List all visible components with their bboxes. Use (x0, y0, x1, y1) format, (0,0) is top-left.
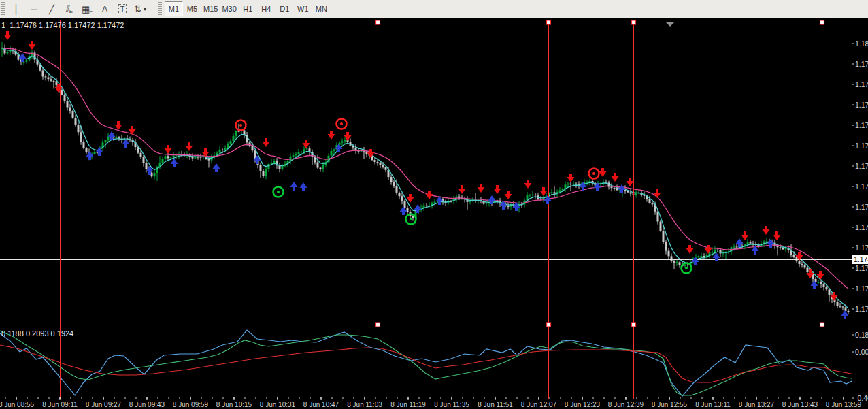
chart-toolbar: │─╱⫽E▦FAT⇅▾M1M5M15M30H1H4D1W1MN (0, 0, 868, 18)
timeframe-button-w1[interactable]: W1 (294, 1, 312, 16)
chart-area[interactable]: 1 1.17476 1.17476 1.17472 1.17472 0.1188… (0, 19, 868, 409)
arrows-tool-icon: ⇅ (134, 4, 141, 14)
timeframe-button-h1[interactable]: H1 (239, 1, 257, 16)
price-axis-label: 1.1760 (855, 203, 868, 211)
price-axis-label: 1.1780 (855, 121, 868, 129)
equidistant-channel-tool-tag: E (69, 8, 73, 14)
time-axis-label: 8 Jun 11:19 (390, 401, 426, 408)
arrows-tool[interactable]: ⇅▾ (131, 1, 149, 16)
selection-handle[interactable] (820, 20, 824, 24)
time-axis-label: 8 Jun 08:55 (0, 401, 35, 408)
indicator-axis-label: 0.00 (855, 348, 868, 356)
arrows-tool-dropdown-icon[interactable]: ▾ (144, 6, 146, 12)
trading-terminal-window: │─╱⫽E▦FAT⇅▾M1M5M15M30H1H4D1W1MN 1 1.1747… (0, 0, 868, 409)
trendline-tool[interactable]: ╱ (43, 1, 61, 16)
text-tool-icon: A (102, 4, 108, 14)
selection-handle[interactable] (632, 20, 636, 24)
equidistant-channel-tool[interactable]: ⫽E (61, 1, 78, 16)
timeframe-button-mn[interactable]: MN (312, 1, 331, 16)
trendline-tool-icon: ╱ (49, 4, 54, 14)
indicator-values-readout: 0.1188 0.2093 0.1924 (1, 329, 73, 338)
price-axis-label: 1.1735 (855, 305, 868, 313)
price-axis-label: 1.1785 (855, 101, 868, 109)
vertical-line-tool[interactable]: │ (7, 1, 25, 16)
toolbar-grip[interactable] (1, 2, 5, 16)
time-axis-label: 8 Jun 09:27 (86, 401, 122, 408)
timeframe-button-m1[interactable]: M1 (165, 1, 183, 16)
price-axis-label: 1.1745 (855, 264, 868, 272)
time-axis-label: 8 Jun 10:31 (260, 401, 296, 408)
time-axis-label: 8 Jun 13:59 (826, 401, 862, 408)
vertical-line-tool-icon: │ (14, 4, 19, 14)
toolbar-separator (152, 1, 154, 16)
time-axis-label: 8 Jun 09:43 (129, 401, 165, 408)
timeframe-button-d1[interactable]: D1 (276, 1, 294, 16)
fibonacci-tool-tag: F (89, 8, 93, 14)
indicator-axis-label: 0.1821 (855, 331, 868, 339)
label-tool-icon: T (118, 4, 127, 14)
entry-signal-dot-green (410, 218, 412, 220)
time-axis-label: 8 Jun 12:55 (652, 401, 688, 408)
toolbar-grip[interactable] (158, 2, 162, 16)
timeframe-button-m15[interactable]: M15 (201, 1, 220, 16)
exit-signal-dot-red (239, 124, 242, 127)
chart-canvas[interactable]: 1.18001.17951.17901.17851.17801.17751.17… (0, 19, 868, 409)
price-axis-label: 1.1770 (855, 162, 868, 170)
time-axis-label: 8 Jun 13:27 (739, 401, 775, 408)
horizontal-line-tool-icon: ─ (31, 4, 37, 14)
timeframe-button-h4[interactable]: H4 (257, 1, 276, 16)
price-axis-label: 1.1800 (855, 39, 868, 48)
time-axis-label: 8 Jun 13:11 (695, 401, 731, 408)
time-axis-label: 8 Jun 10:15 (216, 401, 252, 408)
time-axis-label: 8 Jun 10:47 (303, 401, 339, 408)
time-axis-label: 8 Jun 11:03 (347, 401, 382, 408)
fibonacci-tool[interactable]: ▦F (78, 1, 96, 16)
timeframe-button-m5[interactable]: M5 (183, 1, 201, 16)
ohlc-readout: 1 1.17476 1.17476 1.17472 1.17472 (1, 21, 124, 29)
time-axis-label: 8 Jun 09:59 (173, 401, 209, 408)
time-axis-label: 8 Jun 11:35 (434, 401, 469, 408)
entry-signal-dot-green (685, 267, 688, 269)
time-axis-label: 8 Jun 09:11 (42, 401, 78, 408)
current-price-label: 1.1747 (854, 255, 868, 263)
label-tool[interactable]: T (114, 1, 131, 16)
exit-signal-dot-red (340, 122, 343, 125)
selection-handle[interactable] (376, 20, 380, 24)
time-axis-label: 8 Jun 11:51 (478, 401, 513, 408)
price-axis-label: 1.1750 (855, 244, 868, 252)
exit-signal-dot-red (592, 172, 595, 175)
time-axis-label: 8 Jun 13:43 (782, 401, 818, 408)
selection-handle[interactable] (547, 20, 551, 24)
price-axis-label: 1.1795 (855, 60, 868, 68)
price-axis-label: 1.1755 (855, 223, 868, 231)
price-axis-label: 1.1775 (855, 142, 868, 150)
price-axis-label: 1.1740 (855, 284, 868, 293)
time-axis-label: 8 Jun 12:07 (521, 401, 557, 408)
price-axis-label: 1.1790 (855, 80, 868, 88)
timeframe-button-m30[interactable]: M30 (220, 1, 238, 16)
price-axis-label: 1.1765 (855, 182, 868, 191)
entry-signal-dot-green (277, 191, 280, 193)
time-axis-label: 8 Jun 12:23 (565, 401, 601, 408)
time-axis-label: 8 Jun 12:39 (608, 401, 644, 408)
horizontal-line-tool[interactable]: ─ (25, 1, 43, 16)
text-tool[interactable]: A (96, 1, 114, 16)
